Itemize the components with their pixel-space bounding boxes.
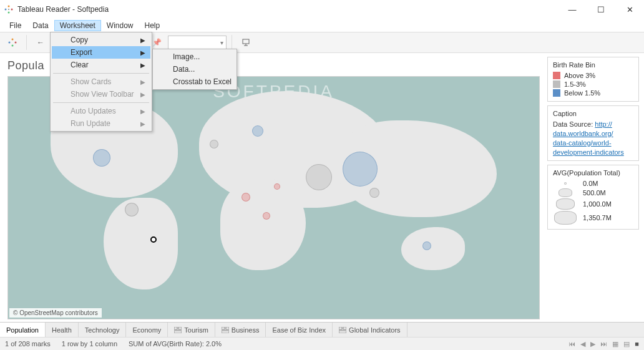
data-mark[interactable]: [422, 241, 431, 250]
tab-health[interactable]: Health: [46, 323, 79, 337]
size-legend-label: 1,000.0M: [583, 200, 612, 208]
maximize-button[interactable]: ☐: [587, 0, 615, 19]
size-legend-item[interactable]: 1,350.7M: [553, 210, 633, 225]
caption-prefix: Data Source:: [553, 120, 595, 128]
separator: [232, 35, 232, 50]
legend-item[interactable]: Below 1.5%: [553, 89, 633, 97]
window-title: Tableau Reader - Softpedia: [17, 5, 109, 14]
data-mark[interactable]: [252, 125, 263, 137]
next-button[interactable]: ▶: [590, 340, 595, 348]
menu-worksheet[interactable]: Worksheet: [54, 20, 101, 31]
app-icon: [4, 4, 14, 14]
tab-tourism[interactable]: Tourism: [168, 323, 215, 337]
size-bubble-icon: [559, 188, 572, 197]
menu-window[interactable]: Window: [101, 20, 139, 31]
submenu-arrow-icon: ▶: [140, 37, 145, 44]
view-single-icon[interactable]: ■: [635, 340, 639, 348]
back-button[interactable]: ←: [32, 34, 49, 51]
submenu-arrow-icon: ▶: [140, 91, 145, 98]
svg-point-5: [12, 39, 14, 41]
status-agg: SUM of AVG(Birth Rate): 2.0%: [129, 340, 222, 348]
svg-rect-13: [178, 327, 182, 329]
view-grid-icon[interactable]: ▦: [612, 340, 618, 348]
menu-item-crosstab-to-excel[interactable]: Crosstab to Excel: [154, 75, 235, 88]
data-mark[interactable]: [306, 164, 332, 190]
status-marks: 1 of 208 marks: [5, 340, 51, 348]
side-panel: Birth Rate Bin Above 3%1.5-3%Below 1.5% …: [547, 53, 644, 322]
caption-card: Caption Data Source: http://data.worldba…: [547, 105, 639, 161]
legend-item[interactable]: 1.5-3%: [553, 80, 633, 89]
caption-title: Caption: [553, 110, 633, 117]
svg-point-3: [8, 12, 10, 14]
menu-item-image[interactable]: Image...: [154, 51, 235, 63]
menu-item-export[interactable]: Export▶: [52, 46, 150, 59]
tab-label: Health: [52, 326, 72, 334]
menu-item-copy[interactable]: Copy▶: [52, 34, 150, 46]
tab-global-indicators[interactable]: Global Indicators: [333, 323, 407, 337]
size-legend-card: AVG(Population Total) 0.0M500.0M1,000.0M…: [547, 165, 639, 230]
dashboard-icon: [339, 327, 346, 333]
view-list-icon[interactable]: ▤: [623, 340, 630, 348]
submenu-arrow-icon: ▶: [140, 108, 145, 115]
svg-rect-20: [339, 331, 346, 333]
first-button[interactable]: ⏮: [568, 340, 575, 348]
legend-item[interactable]: Above 3%: [553, 71, 633, 80]
svg-point-7: [15, 42, 17, 44]
size-legend-item[interactable]: 500.0M: [553, 188, 633, 198]
menu-file[interactable]: File: [4, 20, 27, 31]
tab-ease-of-biz-index[interactable]: Ease of Biz Index: [266, 323, 333, 337]
tab-technology[interactable]: Technology: [79, 323, 127, 337]
separator: [26, 35, 27, 50]
menu-separator: [53, 102, 149, 103]
prev-button[interactable]: ◀: [580, 340, 585, 348]
last-button[interactable]: ⏭: [600, 340, 607, 348]
legend-label: 1.5-3%: [564, 80, 586, 88]
color-swatch: [553, 72, 560, 79]
tab-label: Economy: [132, 326, 161, 334]
dashboard-icon: [174, 327, 182, 333]
svg-rect-16: [226, 327, 229, 329]
menu-item-show-view-toolbar: Show View Toolbar▶: [52, 88, 150, 100]
legend-title: Birth Rate Bin: [553, 61, 633, 69]
size-legend-item[interactable]: 0.0M: [553, 179, 633, 188]
minimize-button[interactable]: —: [558, 0, 587, 19]
presentation-button[interactable]: [237, 34, 255, 51]
tab-label: Ease of Biz Index: [272, 326, 326, 334]
menu-help[interactable]: Help: [139, 20, 166, 31]
size-bubble-icon: [554, 211, 577, 225]
tab-business[interactable]: Business: [215, 323, 266, 337]
sheet-tabs: PopulationHealthTechnologyEconomyTourism…: [0, 322, 644, 337]
worksheet-menu: Copy▶Export▶Clear▶Show Cards▶Show View T…: [50, 32, 152, 132]
menu-item-data[interactable]: Data...: [154, 63, 235, 75]
size-legend-title: AVG(Population Total): [553, 169, 633, 177]
tab-label: Population: [6, 326, 39, 334]
menu-item-auto-updates: Auto Updates▶: [52, 105, 150, 117]
submenu-arrow-icon: ▶: [140, 120, 145, 127]
size-legend-item[interactable]: 1,000.0M: [553, 198, 633, 210]
color-swatch: [553, 89, 560, 97]
data-mark[interactable]: [125, 203, 139, 216]
svg-rect-14: [174, 331, 182, 333]
close-button[interactable]: ✕: [615, 0, 644, 19]
color-swatch: [553, 80, 560, 88]
svg-point-4: [8, 9, 9, 10]
map-attribution: © OpenStreetMap contributors: [9, 308, 102, 318]
tableau-logo-button[interactable]: [4, 34, 21, 51]
svg-rect-18: [339, 327, 342, 329]
svg-rect-15: [222, 327, 225, 329]
tab-label: Technology: [85, 326, 120, 334]
status-dims: 1 row by 1 column: [62, 340, 117, 348]
data-mark[interactable]: [343, 152, 378, 187]
export-submenu: Image...Data...Crosstab to Excel: [152, 49, 237, 90]
dashboard-icon: [222, 327, 229, 333]
menu-data[interactable]: Data: [27, 20, 54, 31]
data-mark[interactable]: [274, 183, 280, 190]
toolbar-combo[interactable]: ▾: [168, 36, 227, 49]
tab-population[interactable]: Population: [0, 323, 46, 337]
tab-economy[interactable]: Economy: [126, 323, 168, 337]
svg-rect-19: [343, 327, 346, 329]
legend-label: Below 1.5%: [564, 89, 600, 97]
menu-item-show-cards: Show Cards▶: [52, 75, 150, 88]
menu-item-clear[interactable]: Clear▶: [52, 59, 150, 71]
tab-label: Tourism: [184, 326, 208, 334]
